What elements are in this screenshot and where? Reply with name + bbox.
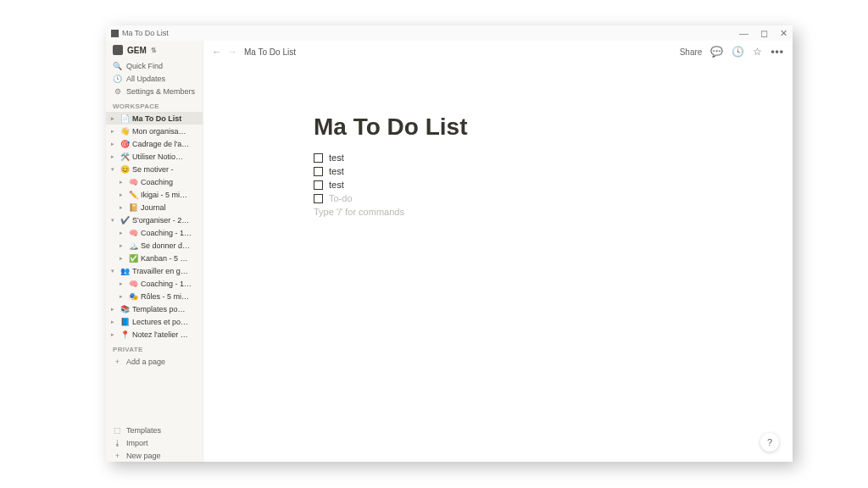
todo-item[interactable]: test <box>314 180 793 190</box>
page-name-label: Se donner d… <box>141 241 199 250</box>
page-title[interactable]: Ma To Do List <box>314 114 793 141</box>
caret-icon[interactable]: ▸ <box>120 280 126 287</box>
page-name-label: Lectures et po… <box>132 318 199 326</box>
sidebar-page-item[interactable]: ▸🧠Coaching - 1… <box>106 277 203 290</box>
back-button[interactable]: ← <box>212 47 221 57</box>
page-name-label: Cadrage de l'a… <box>132 140 199 148</box>
workspace-section-label: WORKSPACE <box>106 97 203 112</box>
todo-checkbox[interactable] <box>314 153 323 163</box>
page-emoji-icon: 📚 <box>120 305 130 313</box>
sidebar-page-item[interactable]: ▸📄Ma To Do List <box>106 112 203 125</box>
window-title: Ma To Do List <box>122 29 169 37</box>
page-emoji-icon: 🎭 <box>129 292 138 301</box>
caret-icon[interactable]: ▸ <box>111 319 118 325</box>
sidebar-page-item[interactable]: ▸🧠Coaching - 1… <box>106 226 203 239</box>
more-icon[interactable]: ••• <box>771 46 784 58</box>
caret-icon[interactable]: ▸ <box>111 306 118 313</box>
topbar: ← → Ma To Do List Share 💬 🕓 ☆ ••• <box>203 41 793 63</box>
sidebar-page-item[interactable]: ▾✔️S'organiser - 2… <box>106 214 203 226</box>
page-body[interactable]: Ma To Do List testtesttestTo-do Type '/'… <box>203 63 793 462</box>
sidebar-page-item[interactable]: ▸✅Kanban - 5 … <box>106 252 203 264</box>
breadcrumb[interactable]: Ma To Do List <box>244 47 296 57</box>
sidebar-page-item[interactable]: ▾👥Travailler en g… <box>106 264 203 277</box>
content-area: ← → Ma To Do List Share 💬 🕓 ☆ ••• Ma To … <box>203 41 793 462</box>
caret-icon[interactable]: ▸ <box>120 293 126 300</box>
todo-item[interactable]: test <box>314 166 793 176</box>
page-emoji-icon: 🧠 <box>129 280 138 288</box>
app-window: Ma To Do List — ◻ ✕ GEM ⇅ 🔍 Quick Find 🕓… <box>106 25 793 462</box>
caret-icon[interactable]: ▸ <box>120 230 126 236</box>
page-name-label: Notez l'atelier … <box>132 330 199 339</box>
caret-icon[interactable]: ▸ <box>111 331 118 338</box>
caret-icon[interactable]: ▾ <box>111 217 118 224</box>
all-updates-button[interactable]: 🕓 All Updates <box>106 72 203 85</box>
topbar-right: Share 💬 🕓 ☆ ••• <box>680 46 784 58</box>
sidebar-page-item[interactable]: ▸📍Notez l'atelier … <box>106 328 203 341</box>
sidebar-page-item[interactable]: ▸🎭Rôles - 5 mi… <box>106 290 203 302</box>
share-button[interactable]: Share <box>680 47 703 57</box>
todo-text[interactable]: test <box>329 180 344 190</box>
caret-icon[interactable]: ▸ <box>120 179 126 186</box>
command-hint: Type '/' for commands <box>314 207 793 217</box>
new-page-button[interactable]: + New page <box>106 449 203 462</box>
sidebar-page-item[interactable]: ▸📚Templates po… <box>106 302 203 315</box>
window-controls: — ◻ ✕ <box>739 28 787 39</box>
sidebar-page-item[interactable]: ▸🛠️Utiliser Notio… <box>106 150 203 163</box>
quick-find-button[interactable]: 🔍 Quick Find <box>106 59 203 72</box>
maximize-button[interactable]: ◻ <box>760 28 768 39</box>
todo-item[interactable]: To-do <box>314 193 793 203</box>
todo-text[interactable]: To-do <box>329 193 353 203</box>
caret-icon[interactable]: ▸ <box>120 191 126 198</box>
sidebar-bottom: ⬚ Templates ⭳ Import + New page <box>106 424 203 462</box>
sidebar-page-item[interactable]: ▸📔Journal <box>106 201 203 214</box>
page-emoji-icon: 🛠️ <box>120 152 130 161</box>
todo-checkbox[interactable] <box>314 180 323 190</box>
favorite-icon[interactable]: ☆ <box>753 46 762 58</box>
caret-icon[interactable]: ▸ <box>111 128 118 135</box>
page-name-label: Utiliser Notio… <box>132 152 199 161</box>
search-icon: 🔍 <box>113 62 122 70</box>
sidebar-page-item[interactable]: ▾😊Se motiver - <box>106 163 203 175</box>
todo-item[interactable]: test <box>314 152 793 163</box>
todo-text[interactable]: test <box>329 152 344 163</box>
workspace-switcher[interactable]: GEM ⇅ <box>106 41 203 59</box>
clock-icon: 🕓 <box>113 75 122 83</box>
caret-icon[interactable]: ▾ <box>111 166 118 173</box>
import-button[interactable]: ⭳ Import <box>106 436 203 449</box>
caret-icon[interactable]: ▸ <box>111 115 118 122</box>
todo-checkbox[interactable] <box>314 167 323 176</box>
add-page-button[interactable]: + Add a page <box>106 355 203 368</box>
caret-icon[interactable]: ▸ <box>120 204 126 211</box>
page-emoji-icon: 👥 <box>120 267 130 275</box>
page-name-label: Travailler en g… <box>132 267 199 275</box>
all-updates-label: All Updates <box>126 75 165 83</box>
caret-icon[interactable]: ▸ <box>120 242 126 249</box>
forward-button[interactable]: → <box>228 47 237 57</box>
gear-icon: ⚙ <box>113 87 122 96</box>
sidebar-page-item[interactable]: ▸📘Lectures et po… <box>106 315 203 328</box>
sidebar-page-item[interactable]: ▸👋Mon organisa… <box>106 125 203 137</box>
sidebar-page-item[interactable]: ▸✏️Ikigai - 5 mi… <box>106 188 203 201</box>
caret-icon[interactable]: ▸ <box>120 255 126 262</box>
settings-button[interactable]: ⚙ Settings & Members <box>106 85 203 97</box>
help-button[interactable]: ? <box>760 433 779 452</box>
caret-icon[interactable]: ▸ <box>111 141 118 147</box>
page-name-label: Ikigai - 5 mi… <box>141 191 199 199</box>
sidebar-page-item[interactable]: ▸🏔️Se donner d… <box>106 239 203 252</box>
sidebar-page-item[interactable]: ▸🎯Cadrage de l'a… <box>106 137 203 150</box>
download-icon: ⭳ <box>113 439 122 447</box>
page-emoji-icon: 🏔️ <box>129 241 138 250</box>
updates-icon[interactable]: 🕓 <box>732 46 744 58</box>
page-emoji-icon: ✔️ <box>120 216 130 225</box>
caret-icon[interactable]: ▸ <box>111 153 118 160</box>
comments-icon[interactable]: 💬 <box>710 46 723 58</box>
templates-button[interactable]: ⬚ Templates <box>106 424 203 436</box>
caret-icon[interactable]: ▾ <box>111 268 118 274</box>
page-emoji-icon: 🎯 <box>120 140 130 148</box>
todo-text[interactable]: test <box>329 166 344 176</box>
todo-checkbox[interactable] <box>314 194 323 203</box>
close-button[interactable]: ✕ <box>780 28 787 39</box>
sidebar-page-item[interactable]: ▸🧠Coaching <box>106 175 203 188</box>
minimize-button[interactable]: — <box>739 28 748 39</box>
page-emoji-icon: 🧠 <box>129 178 138 186</box>
